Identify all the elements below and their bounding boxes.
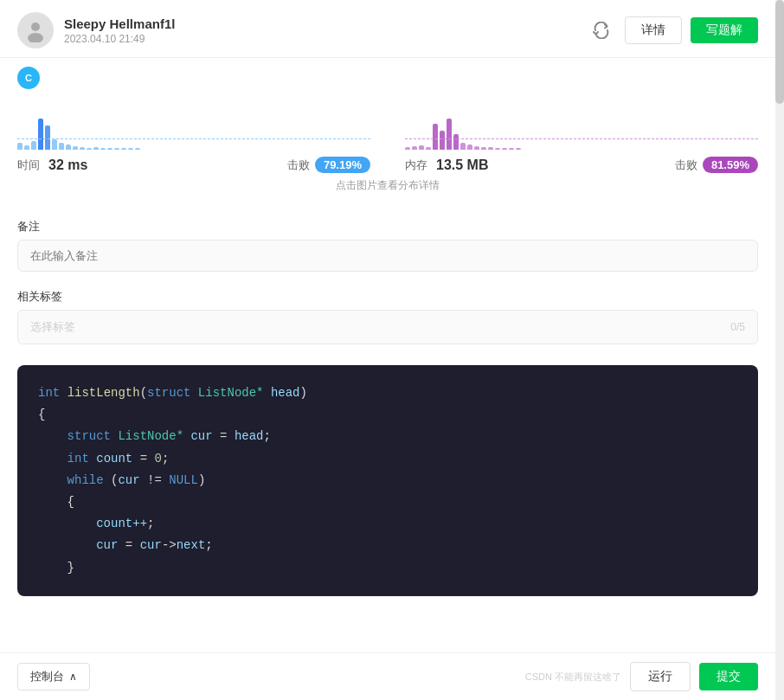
scrollbar[interactable] [775, 0, 784, 700]
submit-button[interactable]: 提交 [699, 663, 758, 690]
chevron-up-icon: ∧ [69, 671, 77, 683]
time-value: 32 ms [48, 157, 87, 173]
mem-defeat: 击败 81.59% [675, 157, 758, 173]
avatar [17, 12, 54, 48]
csdn-watermark: CSDN 不能再留这啥了 [525, 671, 621, 684]
refresh-button[interactable] [587, 16, 616, 45]
mem-value: 13.5 MB [436, 157, 488, 173]
header-right: 详情 写题解 [587, 16, 758, 45]
time-chart-area [17, 98, 370, 150]
detail-button[interactable]: 详情 [625, 16, 682, 44]
header: Sleepy Hellmanf1l 2023.04.10 21:49 详情 写题… [0, 0, 775, 58]
header-left: Sleepy Hellmanf1l 2023.04.10 21:49 [17, 12, 175, 48]
time-chart-block: 时间 32 ms 击败 79.19% [17, 98, 370, 173]
code-section: int listLength(struct ListNode* head) { … [17, 365, 758, 596]
code-line-3: int count = 0; [38, 448, 737, 470]
tags-placeholder: 选择标签 [30, 319, 75, 335]
code-line-8: } [38, 557, 737, 579]
lang-section: C [0, 58, 775, 98]
username: Sleepy Hellmanf1l [64, 16, 175, 31]
time-defeat: 击败 79.19% [287, 157, 370, 173]
mem-label: 内存 [405, 157, 427, 173]
bottom-right: CSDN 不能再留这啥了 运行 提交 [525, 662, 758, 691]
mem-chart-area [405, 98, 758, 150]
code-line-4: while (cur != NULL) [38, 470, 737, 491]
time-perf-info: 时间 32 ms 击败 79.19% [17, 157, 370, 173]
time-label: 时间 [17, 157, 40, 173]
mem-perf-info: 内存 13.5 MB 击败 81.59% [405, 157, 758, 173]
scrollbar-thumb[interactable] [775, 0, 784, 104]
code-line-1: { [38, 404, 737, 426]
datetime: 2023.04.10 21:49 [64, 33, 175, 45]
tags-box[interactable]: 选择标签 0/5 [17, 310, 758, 344]
mem-chart-block: 内存 13.5 MB 击败 81.59% [405, 98, 758, 173]
chart-hint[interactable]: 点击图片查看分布详情 [17, 173, 758, 203]
notes-label: 备注 [17, 219, 758, 234]
console-button[interactable]: 控制台 ∧ [17, 663, 90, 690]
code-line-0: int listLength(struct ListNode* head) [38, 382, 737, 404]
tags-section: 相关标签 选择标签 0/5 [0, 282, 775, 355]
notes-input[interactable] [17, 240, 758, 272]
tags-label: 相关标签 [17, 289, 758, 305]
time-defeat-label: 击败 [287, 157, 310, 173]
write-solution-button[interactable]: 写题解 [691, 17, 758, 43]
svg-point-1 [28, 33, 43, 42]
code-line-2: struct ListNode* cur = head; [38, 426, 737, 447]
code-line-6: count++; [38, 513, 737, 535]
time-defeat-badge: 79.19% [315, 157, 370, 173]
bottom-bar: 控制台 ∧ CSDN 不能再留这啥了 运行 提交 [0, 652, 775, 700]
mem-defeat-badge: 81.59% [703, 157, 758, 173]
svg-point-0 [31, 22, 40, 31]
user-info: Sleepy Hellmanf1l 2023.04.10 21:49 [64, 16, 175, 45]
perf-section: 时间 32 ms 击败 79.19% [0, 98, 775, 212]
code-line-7: cur = cur->next; [38, 535, 737, 556]
tags-count: 0/5 [730, 321, 745, 333]
notes-section: 备注 [0, 212, 775, 282]
mem-defeat-label: 击败 [675, 157, 697, 173]
perf-charts: 时间 32 ms 击败 79.19% [17, 98, 758, 173]
code-line-5: { [38, 491, 737, 513]
lang-badge: C [17, 67, 40, 89]
run-button[interactable]: 运行 [630, 662, 691, 691]
console-label: 控制台 [30, 669, 64, 684]
